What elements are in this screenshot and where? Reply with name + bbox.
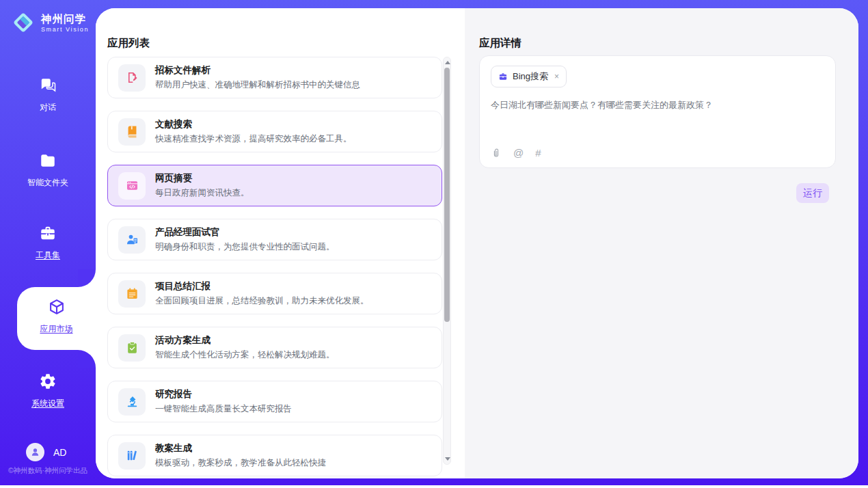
app-card-title: 活动方案生成	[155, 334, 335, 347]
app-card-title: 研究报告	[155, 388, 292, 401]
chat-icon	[39, 77, 57, 97]
sidebar-item-chat[interactable]: 对话	[0, 77, 96, 113]
user-row[interactable]: AD	[26, 443, 66, 461]
tag-close-icon[interactable]: ×	[554, 72, 559, 81]
clipboard-check-icon	[118, 334, 146, 362]
app-card-title: 项目总结汇报	[155, 280, 369, 293]
hash-icon[interactable]: #	[535, 147, 541, 159]
browser-code-icon	[118, 172, 146, 200]
app-card-list: 招标文件解析帮助用户快速、准确地理解和解析招标书中的关键信息文献搜索快速精准查找…	[107, 57, 442, 476]
composer-toolbar: @ #	[491, 147, 541, 159]
cube-icon	[48, 298, 66, 318]
scroll-down-icon[interactable]	[445, 457, 450, 461]
app-card-desc: 快速精准查找学术资源，提高研究效率的必备工具。	[155, 133, 352, 145]
app-card-title: 教案生成	[155, 442, 326, 455]
app-list-panel: 应用列表 招标文件解析帮助用户快速、准确地理解和解析招标书中的关键信息文献搜索快…	[96, 8, 465, 478]
prompt-card: Bing搜索 × 今日湖北有哪些新闻要点？有哪些需要关注的最新政策？ @ #	[479, 55, 836, 168]
run-button[interactable]: 运行	[796, 183, 829, 203]
books-icon	[118, 442, 146, 470]
user-initials: AD	[53, 447, 66, 458]
app-detail-title: 应用详情	[479, 36, 521, 51]
app-card-text: 教案生成模板驱动，教案秒成，教学准备从此轻松快捷	[155, 442, 326, 469]
app-card[interactable]: 招标文件解析帮助用户快速、准确地理解和解析招标书中的关键信息	[107, 57, 442, 98]
app-card[interactable]: 产品经理面试官明确身份和职责，为您提供专业性的面试问题。	[107, 219, 442, 260]
book-icon	[118, 118, 146, 146]
app-card-text: 研究报告一键智能生成高质量长文本研究报告	[155, 388, 292, 415]
tool-tag-bing[interactable]: Bing搜索 ×	[491, 66, 567, 87]
app-card-text: 文献搜索快速精准查找学术资源，提高研究效率的必备工具。	[155, 118, 352, 145]
sidebar-item-label: 工具集	[36, 249, 60, 261]
app-card-desc: 一键智能生成高质量长文本研究报告	[155, 403, 292, 415]
briefcase-icon	[498, 72, 508, 81]
app-card-desc: 模板驱动，教案秒成，教学准备从此轻松快捷	[155, 457, 326, 469]
microscope-icon	[118, 388, 146, 416]
sidebar-item-label: 对话	[40, 102, 56, 113]
gear-icon	[39, 372, 57, 393]
sidebar-item-label: 系统设置	[31, 398, 64, 409]
app-card-title: 文献搜索	[155, 118, 352, 131]
sidebar-footer: ©神州数码·神州问学出品	[0, 466, 96, 476]
sidebar: 神州问学 Smart Vision 对话智能文件夹工具集应用市场系统设置 AD …	[0, 0, 96, 485]
toolbox-icon	[39, 224, 57, 245]
sidebar-item-toolbox[interactable]: 工具集	[0, 224, 96, 261]
app-card[interactable]: 文献搜索快速精准查找学术资源，提高研究效率的必备工具。	[107, 111, 442, 152]
app-card-desc: 明确身份和职责，为您提供专业性的面试问题。	[155, 241, 335, 253]
app-card-title: 产品经理面试官	[155, 226, 335, 239]
app-card-text: 招标文件解析帮助用户快速、准确地理解和解析招标书中的关键信息	[155, 64, 360, 91]
sidebar-item-gear[interactable]: 系统设置	[0, 372, 96, 409]
app-card-title: 招标文件解析	[155, 64, 360, 77]
app-card-title: 网页摘要	[155, 172, 249, 185]
app-list-title: 应用列表	[107, 36, 150, 51]
sidebar-item-cube[interactable]: 应用市场	[17, 298, 96, 335]
interviewer-icon	[118, 226, 146, 254]
app-frame: 神州问学 Smart Vision 对话智能文件夹工具集应用市场系统设置 AD …	[0, 0, 868, 485]
bump-fillet-top	[78, 269, 96, 287]
scrollbar[interactable]	[443, 57, 451, 465]
tool-tag-label: Bing搜索	[513, 70, 548, 83]
brand-name: 神州问学	[41, 13, 89, 25]
app-card-text: 活动方案生成智能生成个性化活动方案，轻松解决规划难题。	[155, 334, 335, 361]
avatar[interactable]	[26, 443, 44, 461]
content-area: 应用列表 招标文件解析帮助用户快速、准确地理解和解析招标书中的关键信息文献搜索快…	[96, 8, 858, 478]
sidebar-item-label: 智能文件夹	[27, 177, 68, 189]
app-card[interactable]: 网页摘要每日政府新闻资讯快查。	[107, 165, 442, 206]
app-card[interactable]: 教案生成模板驱动，教案秒成，教学准备从此轻松快捷	[107, 435, 442, 476]
doc-edit-icon	[118, 64, 146, 92]
app-card-text: 项目总结汇报全面回顾项目进展，总结经验教训，助力未来优化发展。	[155, 280, 369, 307]
app-card[interactable]: 活动方案生成智能生成个性化活动方案，轻松解决规划难题。	[107, 327, 442, 368]
app-card[interactable]: 研究报告一键智能生成高质量长文本研究报告	[107, 381, 442, 422]
app-card-text: 产品经理面试官明确身份和职责，为您提供专业性的面试问题。	[155, 226, 335, 253]
app-card-text: 网页摘要每日政府新闻资讯快查。	[155, 172, 249, 199]
brand-tagline: Smart Vision	[41, 26, 89, 33]
folder-icon	[39, 152, 57, 172]
app-card-desc: 帮助用户快速、准确地理解和解析招标书中的关键信息	[155, 79, 360, 91]
brand-logo: 神州问学 Smart Vision	[11, 10, 89, 35]
scroll-up-icon[interactable]	[445, 61, 450, 64]
bump-fillet-bottom	[78, 350, 96, 368]
app-card-desc: 全面回顾项目进展，总结经验教训，助力未来优化发展。	[155, 295, 369, 307]
person-icon	[30, 447, 40, 457]
app-detail-panel: 应用详情 Bing搜索 × 今日湖北有哪些新闻要点？有哪些需要关注的最新政策？ …	[465, 8, 858, 478]
app-card-desc: 智能生成个性化活动方案，轻松解决规划难题。	[155, 349, 335, 361]
paperclip-icon[interactable]	[491, 148, 502, 159]
sidebar-item-folder[interactable]: 智能文件夹	[0, 152, 96, 189]
app-card-desc: 每日政府新闻资讯快查。	[155, 187, 249, 199]
diamond-logo-icon	[11, 10, 36, 35]
scrollbar-thumb[interactable]	[444, 68, 450, 322]
sidebar-item-label: 应用市场	[40, 323, 73, 335]
app-card[interactable]: 项目总结汇报全面回顾项目进展，总结经验教训，助力未来优化发展。	[107, 273, 442, 314]
calendar-icon	[118, 280, 146, 308]
prompt-input[interactable]: 今日湖北有哪些新闻要点？有哪些需要关注的最新政策？	[491, 99, 824, 111]
mention-icon[interactable]: @	[513, 147, 524, 159]
